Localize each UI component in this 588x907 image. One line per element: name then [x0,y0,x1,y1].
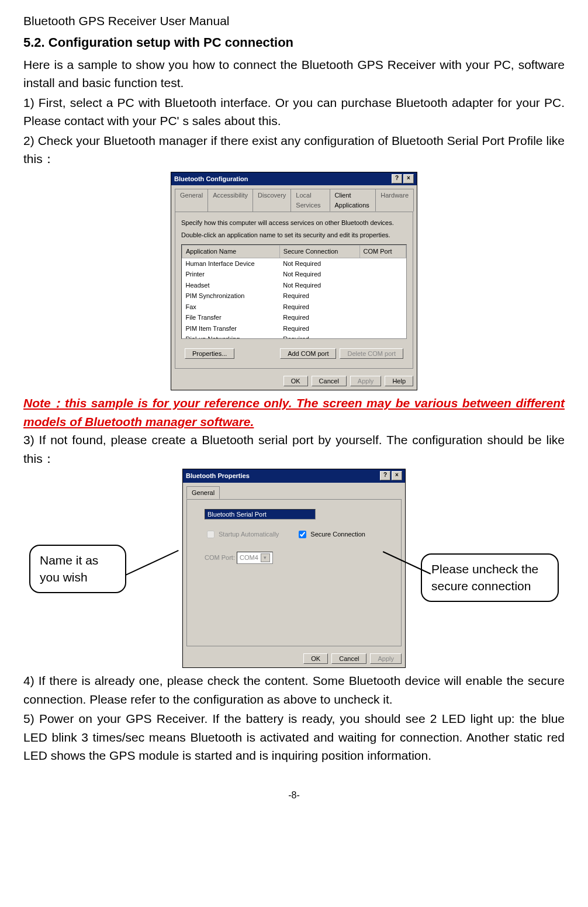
tab-general[interactable]: General [175,189,208,212]
table-cell: Printer [182,269,280,280]
properties-button[interactable]: Properties... [185,348,234,359]
bluetooth-config-dialog: Bluetooth Configuration ? × General Acce… [171,172,417,391]
bluetooth-properties-dialog: Bluetooth Properties ? × General Startup… [182,469,406,668]
com-port-label: COM Port: [205,554,235,561]
table-cell [359,269,406,280]
note-text: Note：this sample is for your reference o… [23,394,565,431]
table-cell: Required [279,290,359,302]
table-row[interactable]: FaxRequired [182,302,406,313]
ok-button[interactable]: OK [303,653,328,664]
callout-name-it: Name it as you wish [29,545,126,593]
chevron-down-icon: ▾ [261,553,270,563]
step-3: 3) If not found, please create a Bluetoo… [23,431,565,468]
dialog-desc-1: Specify how this computer will access se… [181,218,407,228]
add-com-button[interactable]: Add COM port [280,348,336,359]
table-cell [359,323,406,334]
tab-local-services[interactable]: Local Services [290,189,330,212]
table-row[interactable]: HeadsetNot Required [182,280,406,291]
table-cell: Human Interface Device [182,258,280,269]
startup-checkbox: Startup Automatically [205,529,279,540]
dialog-titlebar: Bluetooth Configuration ? × [171,172,417,186]
table-cell: PIM Item Transfer [182,323,280,334]
table-row[interactable]: PIM SynchronizationRequired [182,290,406,302]
cancel-button[interactable]: Cancel [312,376,347,386]
table-row[interactable]: PIM Item TransferRequired [182,323,406,334]
table-cell: Not Required [279,269,359,280]
com-port-value: COM4 [240,553,258,563]
tab-client-applications[interactable]: Client Applications [330,189,376,212]
table-cell [359,312,406,323]
cancel-button[interactable]: Cancel [331,653,366,664]
col-secure[interactable]: Secure Connection [279,245,359,258]
callout-uncheck: Please uncheck the secure connection [421,553,559,602]
table-cell [359,302,406,313]
startup-checkbox-box [207,531,215,538]
dialog-title: Bluetooth Properties [186,471,250,481]
ok-button[interactable]: OK [283,376,308,386]
document-header: Bluetooth GPS Receiver User Manual [23,12,565,30]
table-row[interactable]: Dial-up NetworkingRequired [182,334,406,339]
table-row[interactable]: File TransferRequired [182,312,406,323]
step-2: 2) Check your Bluetooth manager if there… [23,131,565,168]
secure-connection-checkbox[interactable]: Secure Connection [296,529,365,540]
table-cell: Required [279,302,359,313]
help-icon[interactable]: ? [380,471,390,480]
tab-hardware[interactable]: Hardware [375,189,414,212]
table-cell: Headset [182,280,280,291]
secure-checkbox-box[interactable] [299,531,306,538]
col-com[interactable]: COM Port [359,245,406,258]
table-cell [359,258,406,269]
table-cell: Dial-up Networking [182,334,280,339]
table-cell: Required [279,323,359,334]
startup-label: Startup Automatically [219,529,279,539]
name-input[interactable] [205,509,316,520]
section-title: 5.2. Configuration setup with PC connect… [23,33,565,52]
table-cell: Required [279,312,359,323]
applications-listbox[interactable]: Application Name Secure Connection COM P… [181,244,407,339]
tab-accessibility[interactable]: Accessibility [207,189,253,212]
table-cell [359,290,406,302]
table-cell: Fax [182,302,280,313]
table-cell: Not Required [279,258,359,269]
apply-button: Apply [350,376,382,386]
table-cell [359,280,406,291]
table-cell: Not Required [279,280,359,291]
tab-discovery[interactable]: Discovery [253,189,291,212]
intro-text: Here is a sample to show you how to conn… [23,56,565,92]
step-5: 5) Power on your GPS Receiver. If the ba… [23,709,565,765]
table-cell [359,334,406,339]
page-number: -8- [23,788,565,802]
close-icon[interactable]: × [392,471,402,480]
delete-com-button: Delete COM port [340,348,403,359]
tab-bar: General Accessibility Discovery Local Se… [171,185,417,212]
table-cell: File Transfer [182,312,280,323]
apply-button: Apply [370,653,402,664]
col-app-name[interactable]: Application Name [182,245,280,258]
table-cell: Required [279,334,359,339]
dialog-title: Bluetooth Configuration [174,174,248,184]
table-row[interactable]: PrinterNot Required [182,269,406,280]
step-4: 4) If there is already one, please check… [23,671,565,708]
dialog-titlebar: Bluetooth Properties ? × [183,469,405,483]
tab-general[interactable]: General [186,486,220,500]
close-icon[interactable]: × [403,174,414,184]
secure-label: Secure Connection [310,529,365,539]
dialog-desc-2: Double-click an application name to set … [181,230,407,240]
step-1: 1) First, select a PC with Bluetooth int… [23,94,565,130]
table-cell: PIM Synchronization [182,290,280,302]
help-icon[interactable]: ? [392,174,402,184]
com-port-select: COM4 ▾ [237,552,273,564]
table-row[interactable]: Human Interface DeviceNot Required [182,258,406,269]
help-button[interactable]: Help [385,376,413,386]
